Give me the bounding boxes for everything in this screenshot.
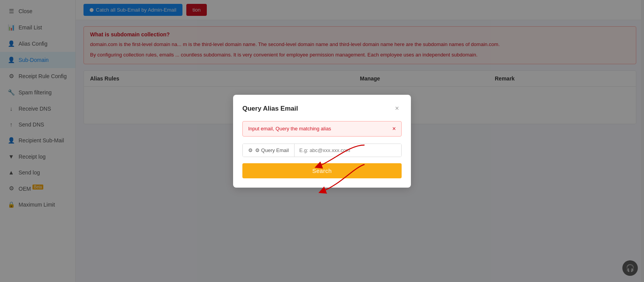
alert-text: Input email, Query the matching alias	[248, 126, 331, 132]
email-input[interactable]	[295, 144, 401, 157]
modal-overlay[interactable]: Query Alias Email × Input email, Query t…	[0, 0, 644, 282]
query-email-label: ⚙ Query Email	[255, 147, 289, 153]
modal-dialog: Query Alias Email × Input email, Query t…	[233, 95, 411, 188]
query-email-icon: ⚙	[248, 147, 253, 153]
modal-title: Query Alias Email	[242, 105, 298, 113]
support-button[interactable]: 🎧	[622, 260, 638, 276]
search-row: ⚙ ⚙ Query Email	[242, 144, 402, 157]
query-email-label-button[interactable]: ⚙ ⚙ Query Email	[243, 144, 295, 157]
alert-close-button[interactable]: ×	[392, 125, 396, 132]
modal-header: Query Alias Email ×	[242, 104, 402, 113]
modal-alert: Input email, Query the matching alias ×	[242, 121, 402, 137]
search-button[interactable]: Search	[242, 163, 402, 178]
modal-close-button[interactable]: ×	[392, 104, 402, 113]
